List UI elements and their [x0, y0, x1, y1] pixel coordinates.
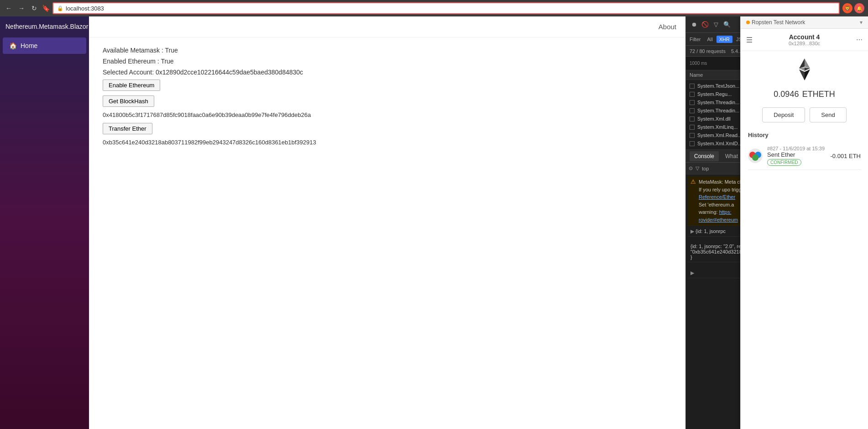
- console-level-icon[interactable]: ⊙: [689, 165, 693, 171]
- tab-what[interactable]: What: [721, 151, 743, 161]
- console-filter-icon[interactable]: ▽: [695, 165, 699, 171]
- tab-console[interactable]: Console: [690, 151, 719, 161]
- name-item-8: System.Xml.XmlD...: [697, 141, 742, 146]
- main-layout: Nethereum.Metamask.Blazor 🏠 Home About A…: [0, 16, 868, 429]
- app-header: About: [89, 16, 685, 37]
- mm-history-title: History: [748, 132, 861, 138]
- name-item-3: System.Threadin...: [697, 100, 739, 105]
- checkbox-8[interactable]: [690, 141, 695, 146]
- request-stats: 72 / 80 requests: [690, 48, 726, 54]
- name-item-7: System.Xml.Read...: [697, 132, 742, 138]
- browser-right-icons: 🦁 🔔: [842, 3, 864, 13]
- warning-icon: ⚠: [690, 178, 696, 185]
- filter-icon[interactable]: ▽: [711, 20, 721, 29]
- eth-logo-icon: [794, 58, 816, 80]
- metamask-popup: Ropsten Test Network ▾ ☰ Account 4 0x128…: [740, 16, 868, 429]
- svg-marker-5: [799, 69, 805, 80]
- search-icon[interactable]: 🔍: [722, 20, 732, 29]
- name-item-5: System.Xml.dll: [697, 116, 731, 122]
- name-item-2: System.Regu...: [697, 91, 732, 97]
- mm-account-name: Account 4: [756, 33, 852, 41]
- lock-icon: 🔒: [57, 5, 63, 11]
- address-bar[interactable]: 🔒 localhost:3083: [52, 2, 840, 14]
- available-metamask-info: Available Metamask : True: [103, 47, 672, 54]
- filter-label: Filter: [690, 37, 701, 42]
- warning-link2[interactable]: https:: [719, 209, 732, 215]
- devtools-panel: ⏺ 🚫 ▽ 🔍 Elements Filter All XHR JS CSS 7…: [685, 16, 868, 429]
- transfer-ether-button[interactable]: Transfer Ether: [103, 123, 152, 134]
- filter-xhr[interactable]: XHR: [716, 36, 732, 43]
- mm-tx-id: #827 - 11/6/2019 at 15:39: [767, 146, 831, 151]
- mm-send-button[interactable]: Send: [810, 107, 846, 122]
- app-title: Nethereum.Metamask.Blazor: [0, 16, 89, 37]
- warning-link3[interactable]: rovider#ethereum: [699, 217, 738, 222]
- transfer-result: 0xb35c641e240d3218ab803711982f99eb294324…: [103, 139, 672, 146]
- checkbox-4[interactable]: [690, 108, 695, 113]
- mm-balance: 0.0946 ETHETH: [774, 86, 835, 100]
- expand-arrow-icon[interactable]: ▶: [690, 270, 694, 275]
- name-item-4: System.Threadin...: [697, 108, 739, 113]
- blockhash-result: 0x41800b5c3f1717687d85fc9018faac0a6e90b3…: [103, 111, 672, 118]
- checkbox-2[interactable]: [690, 92, 695, 97]
- clear-icon[interactable]: 🚫: [701, 20, 710, 29]
- reload-button[interactable]: ↻: [29, 3, 39, 13]
- app-main: Available Metamask : True Enabled Ethere…: [89, 37, 685, 159]
- mm-tx-icon: [748, 148, 763, 163]
- app-sidebar: Nethereum.Metamask.Blazor 🏠 Home: [0, 16, 89, 429]
- mm-balance-unit: ETH: [802, 90, 819, 99]
- browser-chrome: ← → ↻ 🔖 🔒 localhost:3083 🦁 🔔: [0, 0, 868, 16]
- svg-marker-4: [805, 69, 810, 80]
- checkbox-1[interactable]: [690, 84, 695, 89]
- name-item-6: System.XmlLinq...: [697, 124, 738, 130]
- mm-body: 0.0946 ETHETH Deposit Send History: [741, 51, 868, 429]
- brave-label: 🦁: [844, 5, 851, 11]
- mm-balance-value: 0.0946: [774, 90, 799, 99]
- devtools-toolbar-icons: ⏺ 🚫 ▽ 🔍: [690, 20, 732, 29]
- app-content: About Available Metamask : True Enabled …: [89, 16, 685, 429]
- record-icon[interactable]: ⏺: [690, 20, 699, 29]
- home-icon: 🏠: [9, 42, 17, 49]
- checkbox-6[interactable]: [690, 125, 695, 130]
- json-preview: {id: 1, jsonrpc: [695, 228, 726, 234]
- expand-icon[interactable]: ▶: [690, 228, 695, 234]
- name-column-header: Name: [690, 72, 703, 78]
- mm-network-label: Ropsten Test Network: [752, 19, 805, 26]
- console-top-label[interactable]: top: [702, 166, 709, 171]
- enable-ethereum-button[interactable]: Enable Ethereum: [103, 79, 160, 91]
- sidebar-item-home[interactable]: 🏠 Home: [3, 37, 86, 54]
- sidebar-home-label: Home: [21, 42, 37, 49]
- selected-account-info: Selected Account: 0x12890d2cce102216644c…: [103, 69, 672, 76]
- svg-marker-1: [799, 58, 805, 69]
- mm-tx-status: CONFIRMED: [767, 159, 801, 166]
- about-link[interactable]: About: [659, 23, 676, 31]
- enabled-ethereum-info: Enabled Ethereum : True: [103, 58, 672, 65]
- get-blockhash-button[interactable]: Get BlockHash: [103, 95, 154, 107]
- notification-icon: 🔔: [854, 3, 864, 13]
- checkbox-7[interactable]: [690, 133, 695, 138]
- mm-network-bar: Ropsten Test Network ▾: [741, 16, 868, 29]
- mm-menu-button[interactable]: ☰: [746, 36, 753, 44]
- mm-history-item[interactable]: #827 - 11/6/2019 at 15:39 Sent Ether CON…: [748, 142, 861, 170]
- mm-account-addr: 0x1289...830c: [756, 41, 852, 46]
- mm-history-section: History #827 - 11/6/2019 at 15:39 Sent E…: [748, 132, 861, 170]
- filter-all[interactable]: All: [704, 36, 715, 43]
- selected-account-value: 0x12890d2cce102216644c59dae5baed380d8483…: [156, 69, 303, 76]
- mm-tx-info: #827 - 11/6/2019 at 15:39 Sent Ether CON…: [767, 146, 831, 166]
- checkbox-3[interactable]: [690, 100, 695, 105]
- timing-label: 1000 ms: [690, 61, 707, 66]
- checkbox-5[interactable]: [690, 117, 695, 122]
- brave-icon: 🦁: [842, 3, 852, 13]
- forward-button[interactable]: →: [16, 3, 26, 13]
- address-text: localhost:3083: [66, 5, 104, 12]
- bookmark-icon: 🔖: [42, 5, 50, 12]
- mm-balance-unit-text: ETH: [819, 90, 835, 99]
- mm-more-button[interactable]: ⋯: [856, 36, 863, 43]
- mm-deposit-button[interactable]: Deposit: [762, 107, 805, 122]
- svg-marker-0: [805, 58, 810, 69]
- network-dropdown-icon[interactable]: ▾: [860, 19, 863, 26]
- back-button[interactable]: ←: [4, 3, 14, 13]
- mm-actions: Deposit Send: [762, 107, 846, 122]
- selected-account-label: Selected Account:: [103, 69, 154, 76]
- name-item-1: System.TextJson...: [697, 83, 739, 89]
- mm-account-info: Account 4 0x1289...830c: [756, 33, 852, 46]
